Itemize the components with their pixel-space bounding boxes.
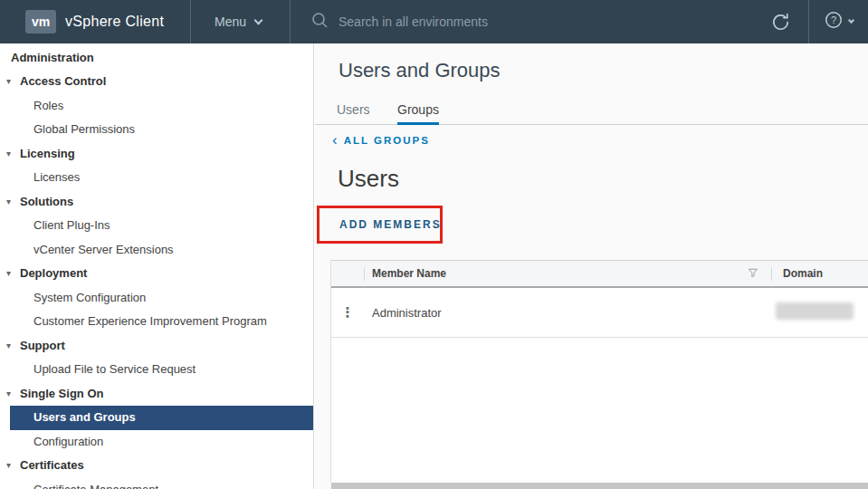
section-label: Single Sign On bbox=[20, 387, 103, 400]
caret-down-icon: ▾ bbox=[6, 382, 11, 407]
sidebar-item-system-configuration[interactable]: System Configuration bbox=[0, 286, 313, 311]
svg-text:?: ? bbox=[831, 14, 836, 25]
sidebar-item-certificate-management[interactable]: Certificate Management bbox=[0, 478, 313, 489]
sidebar-section-access-control[interactable]: ▾ Access Control bbox=[0, 70, 313, 94]
admin-sidebar: Administration ▾ Access Control Roles Gl… bbox=[0, 43, 314, 489]
search-icon bbox=[311, 12, 339, 32]
horizontal-scrollbar[interactable] bbox=[331, 483, 868, 489]
caret-down-icon: ▾ bbox=[6, 70, 11, 94]
section-label: Licensing bbox=[20, 147, 75, 160]
section-label: Deployment bbox=[20, 266, 87, 280]
table-header-member-name: Member Name bbox=[364, 260, 771, 288]
sidebar-item-client-plug-ins[interactable]: Client Plug-Ins bbox=[0, 214, 313, 238]
refresh-icon bbox=[770, 20, 791, 35]
sidebar-section-single-sign-on[interactable]: ▾ Single Sign On bbox=[0, 382, 313, 407]
sidebar-item-upload-file-to-service-request[interactable]: Upload File to Service Request bbox=[0, 358, 313, 382]
topbar-divider bbox=[290, 0, 291, 43]
tab-users[interactable]: Users bbox=[337, 99, 370, 125]
topbar-divider bbox=[190, 0, 191, 43]
sidebar-section-solutions[interactable]: ▾ Solutions bbox=[0, 190, 313, 215]
section-label: Access Control bbox=[20, 74, 106, 88]
sidebar-item-vcenter-server-extensions[interactable]: vCenter Server Extensions bbox=[0, 238, 313, 263]
sidebar-section-licensing[interactable]: ▾ Licensing bbox=[0, 142, 313, 167]
help-menu-button[interactable]: ? bbox=[824, 0, 854, 43]
section-label: Support bbox=[20, 339, 65, 352]
vmware-logo-text: vm bbox=[32, 14, 50, 29]
sidebar-section-support[interactable]: ▾ Support bbox=[0, 334, 313, 359]
caret-down-icon: ▾ bbox=[6, 454, 11, 478]
column-divider bbox=[364, 267, 365, 281]
section-label: Certificates bbox=[20, 458, 84, 472]
chevron-left-icon: ‹ bbox=[332, 135, 338, 146]
caret-down-icon: ▾ bbox=[6, 142, 11, 167]
column-header-label: Member Name bbox=[372, 267, 446, 280]
add-members-button[interactable]: ADD MEMBERS bbox=[339, 218, 442, 231]
sidebar-item-ceip[interactable]: Customer Experience Improvement Program bbox=[0, 310, 313, 334]
row-kebab-menu-icon[interactable]: ⋮ bbox=[331, 304, 364, 321]
sidebar-item-configuration[interactable]: Configuration bbox=[0, 430, 313, 455]
back-link-label: ALL GROUPS bbox=[344, 135, 430, 146]
sidebar-section-deployment[interactable]: ▾ Deployment bbox=[0, 262, 313, 286]
menu-label: Menu bbox=[215, 14, 246, 29]
column-header-label: Domain bbox=[783, 267, 823, 280]
section-label: Solutions bbox=[20, 195, 73, 208]
column-divider bbox=[771, 267, 772, 281]
redacted-domain-value bbox=[776, 302, 854, 320]
product-title: vSphere Client bbox=[65, 0, 164, 43]
sidebar-item-roles[interactable]: Roles bbox=[0, 94, 313, 119]
vmware-logo[interactable]: vm bbox=[25, 10, 56, 34]
member-name-cell: Administrator bbox=[364, 306, 771, 320]
sidebar-title: Administration bbox=[0, 45, 313, 70]
topbar-divider bbox=[808, 0, 809, 43]
help-icon: ? bbox=[824, 10, 844, 34]
tab-groups[interactable]: Groups bbox=[397, 99, 439, 125]
main-content: Users and Groups Users Groups ‹ ALL GROU… bbox=[315, 43, 868, 489]
sidebar-section-certificates[interactable]: ▾ Certificates bbox=[0, 454, 313, 478]
caret-down-icon: ▾ bbox=[6, 334, 11, 359]
search-placeholder: Search in all environments bbox=[339, 14, 488, 29]
caret-down-icon: ▾ bbox=[6, 190, 11, 215]
top-nav-bar: vm vSphere Client Menu Search in all env… bbox=[0, 0, 868, 43]
tab-bar: Users Groups bbox=[315, 99, 868, 125]
global-search-input[interactable]: Search in all environments bbox=[311, 0, 488, 43]
chevron-down-icon bbox=[848, 16, 854, 23]
filter-funnel-icon[interactable] bbox=[748, 267, 758, 281]
back-to-all-groups-link[interactable]: ‹ ALL GROUPS bbox=[332, 135, 430, 146]
page-title: Users and Groups bbox=[339, 59, 501, 82]
table-header-actions-column bbox=[331, 260, 364, 288]
table-header-row: Member Name Domain bbox=[331, 260, 868, 288]
domain-cell bbox=[771, 302, 868, 322]
sidebar-item-licenses[interactable]: Licenses bbox=[0, 166, 313, 190]
sidebar-item-users-and-groups[interactable]: Users and Groups bbox=[10, 406, 313, 430]
caret-down-icon: ▾ bbox=[6, 262, 11, 286]
group-name-heading: Users bbox=[338, 165, 399, 193]
members-table: Member Name Domain ⋮ Administrator bbox=[330, 260, 868, 483]
table-header-domain: Domain bbox=[771, 260, 868, 288]
sidebar-item-global-permissions[interactable]: Global Permissions bbox=[0, 118, 313, 142]
table-row[interactable]: ⋮ Administrator bbox=[331, 288, 868, 338]
refresh-button[interactable] bbox=[770, 12, 791, 36]
menu-button[interactable]: Menu bbox=[215, 0, 262, 43]
chevron-down-icon bbox=[254, 15, 263, 24]
